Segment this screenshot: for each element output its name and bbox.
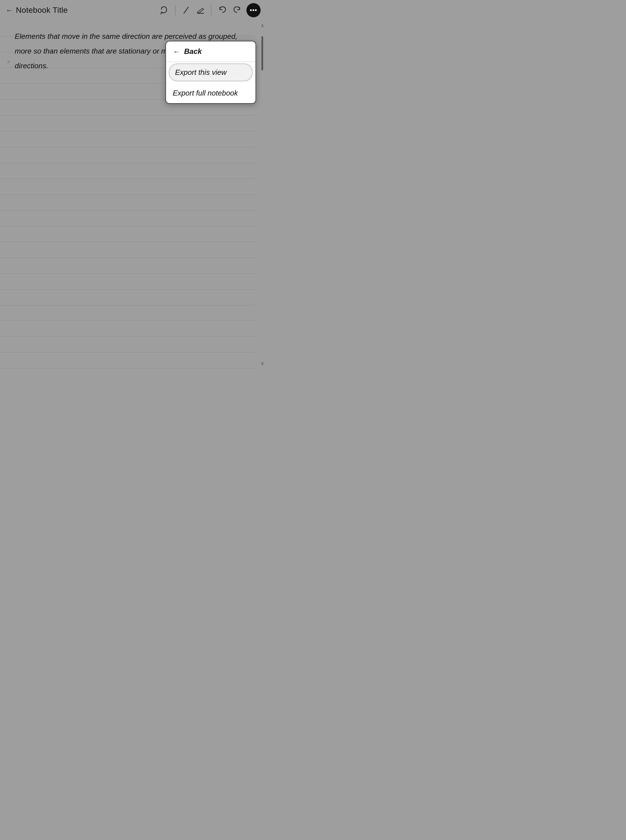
export-notebook-item[interactable]: Export full notebook	[166, 83, 255, 103]
margin-dot	[7, 61, 9, 63]
pen-icon[interactable]	[182, 6, 191, 14]
svg-line-0	[184, 7, 188, 13]
undo-icon[interactable]	[218, 6, 227, 15]
line-18	[0, 289, 255, 305]
more-button[interactable]: •••	[246, 3, 261, 17]
back-nav-icon[interactable]: ←	[6, 6, 13, 15]
line-16	[0, 258, 255, 273]
scrollbar-thumb[interactable]	[261, 36, 263, 70]
line-17	[0, 273, 255, 289]
export-view-item[interactable]: Export this view	[169, 63, 253, 82]
line-15	[0, 242, 255, 258]
toolbar-separator-1	[175, 5, 175, 15]
line-19	[0, 305, 255, 321]
eraser-icon[interactable]	[196, 6, 204, 14]
dropdown-menu: ← Back Export this view Export full note…	[166, 41, 256, 104]
line-7	[0, 115, 255, 131]
notebook-title: Notebook Title	[16, 6, 68, 15]
line-10	[0, 163, 255, 179]
line-21	[0, 337, 255, 353]
toolbar: ← Notebook Title	[0, 0, 266, 20]
toolbar-left: ← Notebook Title	[6, 6, 159, 15]
line-8	[0, 131, 255, 147]
line-9	[0, 147, 255, 163]
line-12	[0, 195, 255, 210]
line-14	[0, 226, 255, 242]
line-13	[0, 210, 255, 226]
menu-back-label: Back	[184, 47, 202, 56]
menu-back-item[interactable]: ← Back	[166, 41, 255, 62]
toolbar-right: •••	[159, 3, 261, 17]
scrollbar-up-arrow[interactable]: ∧	[258, 20, 266, 31]
scrollbar-track[interactable]: ∧ ∨	[258, 20, 266, 369]
toolbar-separator-2	[211, 5, 211, 15]
menu-back-arrow-icon: ←	[173, 48, 180, 56]
line-20	[0, 321, 255, 337]
line-22	[0, 353, 255, 369]
lasso-icon[interactable]	[159, 6, 168, 15]
redo-icon[interactable]	[232, 6, 241, 15]
line-11	[0, 179, 255, 195]
scrollbar-down-arrow[interactable]: ∨	[258, 358, 266, 369]
notebook-area: Elements that move in the same direction…	[0, 20, 266, 369]
